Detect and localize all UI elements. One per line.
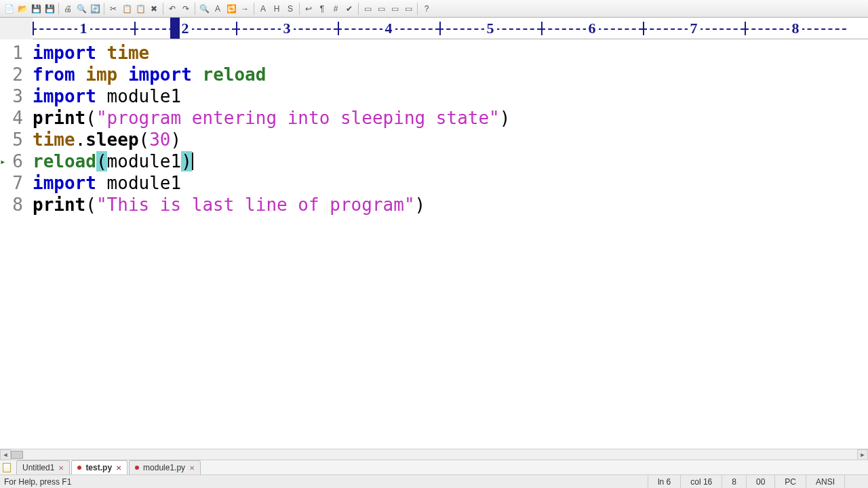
code-line[interactable]: import time: [33, 42, 868, 64]
panel-3-icon[interactable]: ▭: [389, 3, 401, 15]
line-numbers-icon[interactable]: #: [330, 3, 342, 15]
print-icon[interactable]: 🖨: [62, 3, 74, 15]
code-line[interactable]: import module1: [33, 85, 868, 107]
status-col: col 16: [680, 475, 722, 488]
line-number-gutter: 12345678: [0, 39, 33, 449]
ruler-segment: 6: [541, 18, 643, 39]
copy-icon[interactable]: 📋: [121, 3, 133, 15]
toolbar-separator: [163, 3, 163, 15]
show-ws-icon[interactable]: ¶: [316, 3, 328, 15]
panel-1-icon[interactable]: ▭: [361, 3, 374, 15]
html-tag-icon[interactable]: H: [271, 3, 283, 15]
ruler-number: 5: [484, 20, 497, 37]
help-icon[interactable]: ?: [420, 3, 433, 15]
code-line[interactable]: print("This is last line of program"): [33, 194, 868, 216]
code-line[interactable]: from imp import reload: [33, 64, 868, 85]
scroll-right-icon[interactable]: ►: [857, 449, 868, 460]
code-token: import: [33, 173, 107, 193]
code-token: print: [33, 108, 85, 128]
scroll-thumb[interactable]: [11, 451, 23, 459]
strikethrough-icon[interactable]: S: [284, 3, 296, 15]
code-token: "program entering into sleeping state": [96, 108, 500, 128]
code-token: module1: [107, 86, 182, 106]
wrap-icon[interactable]: ↩: [302, 3, 315, 15]
code-token: (: [139, 129, 150, 150]
close-icon[interactable]: ✕: [116, 464, 121, 472]
ruler-number: 7: [688, 20, 701, 37]
tab-label: module1.py: [143, 463, 185, 472]
open-icon[interactable]: 📂: [16, 3, 28, 15]
code-editor[interactable]: 12345678 import timefrom imp import relo…: [0, 39, 868, 449]
code-line[interactable]: time.sleep(30): [33, 129, 868, 150]
font-size-icon[interactable]: A: [257, 3, 269, 15]
file-icon: [3, 463, 11, 472]
ruler-number: 4: [382, 20, 395, 37]
status-bar: For Help, press F1 ln 6 col 16 8 00 PC A…: [0, 474, 868, 488]
ruler-segment: 8: [745, 18, 846, 39]
code-token: module1: [107, 151, 182, 171]
close-icon[interactable]: ✕: [58, 464, 64, 472]
save-icon[interactable]: 💾: [30, 3, 42, 15]
ruler-number: 3: [281, 20, 294, 37]
modified-dot-icon: [135, 466, 139, 470]
code-token: import: [33, 43, 107, 63]
replace-icon[interactable]: 🔁: [225, 3, 237, 15]
tab-label: test.py: [85, 463, 112, 472]
tab-Untitled1[interactable]: Untitled1✕: [16, 460, 70, 474]
code-token: print: [33, 195, 85, 215]
code-line[interactable]: print("program entering into sleeping st…: [33, 107, 868, 129]
new-icon[interactable]: 📄: [3, 3, 15, 15]
delete-icon[interactable]: ✖: [148, 3, 160, 15]
code-token: ): [181, 151, 192, 171]
document-tabs: Untitled1✕test.py✕module1.py✕: [0, 460, 868, 474]
code-token: import: [33, 86, 107, 106]
toolbar-separator: [299, 3, 300, 15]
code-token: ): [500, 108, 511, 128]
tab-test-py[interactable]: test.py✕: [71, 460, 127, 474]
ruler-segment: 4: [338, 18, 439, 39]
code-token: ): [171, 129, 182, 150]
line-number: 5: [0, 129, 33, 150]
code-token: from: [33, 64, 85, 85]
status-platform: PC: [774, 475, 806, 488]
paste-icon[interactable]: 📋: [134, 3, 146, 15]
code-token: time: [33, 129, 75, 150]
scroll-left-icon[interactable]: ◄: [0, 449, 11, 460]
toolbar-separator: [104, 3, 104, 15]
ruler-segment: 1: [33, 18, 134, 39]
code-token: (: [85, 195, 96, 215]
save-all-icon[interactable]: 💾: [43, 3, 56, 15]
code-token: sleep: [85, 129, 138, 150]
panel-4-icon[interactable]: ▭: [402, 3, 414, 15]
redo-icon[interactable]: ↷: [180, 3, 192, 15]
status-val2: 00: [746, 475, 774, 488]
code-token: .: [75, 129, 86, 150]
toolbar: 📄📂💾💾🖨🔍🔄✂📋📋✖↶↷🔍A🔁→AHS↩¶#✔▭▭▭▭?: [0, 0, 868, 18]
toolbar-separator: [358, 3, 359, 15]
tab-module1-py[interactable]: module1.py✕: [129, 460, 201, 474]
code-token: imp: [85, 64, 117, 85]
code-token: module1: [107, 173, 182, 193]
code-line[interactable]: import module1: [33, 172, 868, 194]
panel-2-icon[interactable]: ▭: [375, 3, 387, 15]
code-line[interactable]: reload(module1): [33, 150, 868, 172]
ruler-segment: 2: [134, 18, 236, 39]
close-icon[interactable]: ✕: [189, 464, 195, 472]
goto-icon[interactable]: →: [239, 3, 251, 15]
find-icon[interactable]: 🔍: [198, 3, 210, 15]
find-next-icon[interactable]: A: [212, 3, 224, 15]
cut-icon[interactable]: ✂: [107, 3, 119, 15]
undo-icon[interactable]: ↶: [166, 3, 178, 15]
toolbar-separator: [254, 3, 254, 15]
code-token: reload: [33, 151, 96, 171]
line-number: 2: [0, 64, 33, 85]
line-number: 3: [0, 85, 33, 107]
reload-icon[interactable]: 🔄: [89, 3, 101, 15]
print-preview-icon[interactable]: 🔍: [75, 3, 87, 15]
check-icon[interactable]: ✔: [343, 3, 355, 15]
line-number: 4: [0, 107, 33, 129]
tab-label: Untitled1: [22, 463, 54, 472]
code-area[interactable]: import timefrom imp import reloadimport …: [33, 39, 868, 449]
status-help-text: For Help, press F1: [4, 477, 648, 487]
horizontal-scrollbar[interactable]: ◄ ►: [0, 449, 868, 460]
